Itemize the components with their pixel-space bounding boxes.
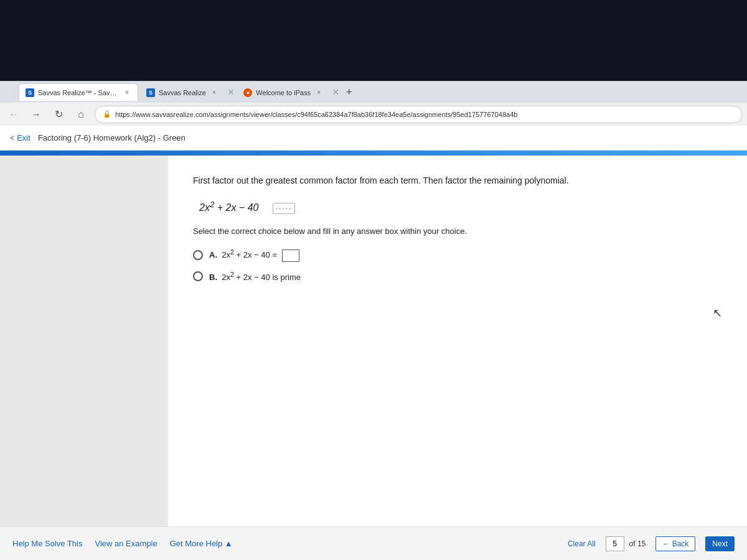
left-panel	[0, 156, 168, 526]
radio-choice-a[interactable]	[193, 250, 203, 260]
tab-savvas-realize[interactable]: S Savvas Realize ×	[139, 83, 225, 101]
top-nav: < Exit Factoring (7-6) Homework (Alg2) -…	[0, 126, 747, 151]
question-area: ↖ First factor out the greatest common f…	[168, 156, 747, 526]
ellipsis-dots: ·····	[273, 203, 296, 214]
exit-label: < Exit	[10, 133, 31, 142]
clear-all-button[interactable]: Clear All	[568, 539, 596, 548]
tab-icon-welcome-ipass: ●	[243, 88, 252, 97]
address-bar: ← → ↻ ⌂ 🔒 https://www.savvasrealize.com/…	[0, 103, 747, 126]
choice-a-label: A. 2x2 + 2x − 40 =	[209, 248, 299, 262]
app-content: < Exit Factoring (7-6) Homework (Alg2) -…	[0, 126, 747, 560]
tab-close-welcome-ipass[interactable]: ×	[314, 88, 323, 97]
blue-accent-bar	[0, 151, 747, 156]
tab-welcome-ipass[interactable]: ● Welcome to iPass ×	[237, 83, 330, 101]
forward-nav-button[interactable]: →	[27, 106, 45, 123]
tab-close-savvas-tm[interactable]: ×	[123, 88, 131, 97]
bottom-left-actions: Help Me Solve This View an Example Get M…	[12, 539, 233, 548]
help-me-solve-button[interactable]: Help Me Solve This	[12, 539, 82, 548]
page-number-input[interactable]	[606, 536, 624, 551]
get-more-help-button[interactable]: Get More Help ▲	[170, 539, 233, 548]
tab-label-savvas-realize: Savvas Realize	[159, 89, 206, 96]
bottom-right-actions: Clear All of 15 ← Back Next	[568, 536, 735, 551]
url-text: https://www.savvasrealize.com/assignment…	[115, 111, 517, 118]
refresh-button[interactable]: ↻	[50, 106, 67, 123]
tab-icon-savvas-tm: S	[26, 88, 34, 97]
tab-label-welcome-ipass: Welcome to iPass	[256, 89, 311, 96]
tab-separator: ×	[227, 86, 236, 98]
cursor-icon: ↖	[713, 306, 722, 320]
back-page-button[interactable]: ← Back	[655, 536, 695, 551]
next-page-button[interactable]: Next	[705, 536, 735, 551]
tab-icon-savvas-realize: S	[146, 88, 155, 97]
tab-bar: S Savvas Realize™ - Savvas Learnin... × …	[0, 82, 747, 103]
tab-separator-2: ×	[331, 86, 341, 98]
choice-b-label: B. 2x2 + 2x − 40 is prime	[209, 271, 301, 282]
radio-choice-b[interactable]	[193, 271, 203, 281]
exit-button[interactable]: < Exit	[10, 133, 31, 142]
new-tab-button[interactable]: +	[342, 85, 357, 100]
url-bar[interactable]: 🔒 https://www.savvasrealize.com/assignme…	[95, 106, 742, 123]
back-nav-button[interactable]: ←	[5, 106, 22, 123]
main-layout: ↖ First factor out the greatest common f…	[0, 156, 747, 526]
math-expression: 2x2 + 2x − 40 ·····	[193, 200, 722, 214]
page-title: Factoring (7-6) Homework (Alg2) - Green	[38, 133, 186, 142]
tab-close-savvas-realize[interactable]: ×	[210, 88, 218, 97]
choice-row-b: B. 2x2 + 2x − 40 is prime	[193, 271, 722, 282]
question-instruction: First factor out the greatest common fac…	[193, 174, 722, 187]
lock-icon: 🔒	[103, 110, 111, 118]
bottom-bar: Help Me Solve This View an Example Get M…	[0, 526, 747, 560]
page-total: of 15	[629, 539, 646, 548]
view-example-button[interactable]: View an Example	[95, 539, 157, 548]
tab-savvas-realize-tm[interactable]: S Savvas Realize™ - Savvas Learnin... ×	[19, 83, 138, 101]
question-sub-instruction: Select the correct choice below and fill…	[193, 226, 722, 236]
choice-row-a: A. 2x2 + 2x − 40 =	[193, 248, 722, 262]
home-button[interactable]: ⌂	[72, 106, 90, 123]
tab-label-savvas-tm: Savvas Realize™ - Savvas Learnin...	[38, 89, 119, 96]
answer-input-box[interactable]	[282, 250, 299, 262]
pagination: of 15	[606, 536, 646, 551]
